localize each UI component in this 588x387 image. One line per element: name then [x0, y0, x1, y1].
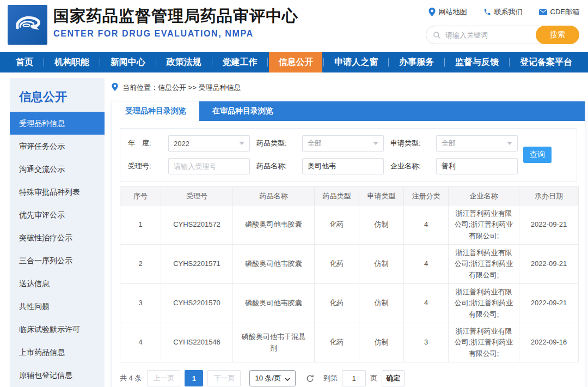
mailbox-link[interactable]: CDE邮箱	[539, 7, 579, 17]
cell-acceptance-no: CYHS2201571	[161, 245, 233, 284]
search-input[interactable]	[445, 31, 536, 39]
acceptance-no-label: 受理号:	[128, 161, 162, 171]
col-header-date: 承办日期	[519, 187, 579, 205]
mailbox-link-label: CDE邮箱	[550, 7, 579, 17]
sidebar-item-priority-review[interactable]: 优先审评公示	[10, 203, 105, 226]
col-header-acceptance-no: 受理号	[161, 187, 233, 205]
sidebar-item-communication[interactable]: 沟通交流公示	[10, 158, 105, 180]
tab-under-review-catalog[interactable]: 在审品种目录浏览	[199, 101, 286, 121]
table-header-row: 序号 受理号 药品名称 药品类型 申请类型 注册分类 企业名称 承办日期	[120, 187, 579, 205]
sidebar-item-clinical-trial-license[interactable]: 临床试验默示许可	[10, 318, 105, 341]
col-header-drug-name: 药品名称	[233, 187, 315, 205]
tab-accepted-catalog[interactable]: 受理品种目录浏览	[112, 101, 199, 121]
cell-drug-type: 化药	[315, 205, 359, 245]
nav-item-registration-platform[interactable]: 登记备案平台	[511, 52, 581, 72]
nav-item-home[interactable]: 首页	[7, 52, 42, 72]
sitemap-link[interactable]: 网站地图	[428, 7, 467, 17]
prev-page-button[interactable]: 上一页	[147, 370, 180, 386]
sidebar-title: 信息公开	[10, 78, 105, 112]
sidebar-item-delivery-info[interactable]: 送达信息	[10, 272, 105, 295]
chevron-down-icon	[239, 142, 244, 145]
apply-type-select[interactable]: 全部	[436, 135, 518, 152]
sidebar-item-accepted-varieties[interactable]: 受理品种信息	[10, 112, 105, 135]
page-size-value: 10 条/页	[255, 373, 281, 383]
cell-drug-name: 磷酸奥司他韦干混悬剂	[233, 323, 315, 362]
page-size-select[interactable]: 10 条/页	[249, 370, 296, 386]
nav-item-services[interactable]: 办事服务	[390, 52, 443, 72]
sidebar-item-three-in-one[interactable]: 三合一序列公示	[10, 249, 105, 272]
search-button[interactable]: 搜索	[536, 26, 579, 44]
sidebar-item-marketed-drugs[interactable]: 上市药品信息	[10, 341, 105, 364]
sitemap-link-label: 网站地图	[439, 7, 467, 17]
next-page-button[interactable]: 下一页	[207, 370, 241, 386]
content-card: 受理品种目录浏览 在审品种目录浏览 年 度: 2022 药品类型: 全部 申请类…	[112, 101, 585, 387]
chevron-down-icon	[507, 142, 512, 145]
table-row: 2 CYHS2201571 磷酸奥司他韦胶囊 化药 仿制 4 浙江普利药业有限公…	[120, 245, 579, 284]
goto-confirm-button[interactable]: 确定	[382, 370, 405, 386]
mail-icon	[539, 9, 547, 15]
chevron-down-icon	[373, 142, 378, 145]
sidebar-item-excipient-registration[interactable]: 原辅包登记信息	[10, 364, 105, 386]
cell-reg-class: 4	[404, 284, 449, 323]
nav-item-policy[interactable]: 政策法规	[157, 52, 211, 72]
goto-page-input[interactable]	[342, 370, 366, 386]
col-header-drug-type: 药品类型	[315, 187, 359, 205]
site-header: 国家药品监督管理局药品审评中心 CENTER FOR DRUG EVALUATI…	[0, 0, 588, 52]
table-row: 3 CYHS2201570 磷酸奥司他韦胶囊 化药 仿制 4 浙江普利药业有限公…	[120, 284, 579, 323]
nav-item-functions[interactable]: 机构职能	[45, 52, 99, 72]
cell-company: 浙江普利药业有限公司;浙江普利药业有限公司;	[449, 245, 519, 284]
col-header-apply-type: 申请类型	[359, 187, 404, 205]
search-icon	[433, 31, 441, 39]
breadcrumb: 当前位置：信息公开 >> 受理品种信息	[112, 78, 585, 98]
cell-apply-type: 仿制	[359, 245, 404, 284]
query-button[interactable]: 查询	[523, 147, 552, 163]
cell-seq: 3	[120, 284, 161, 323]
year-select[interactable]: 2022	[168, 135, 250, 152]
cell-company: 浙江普利药业有限公司;浙江普利药业有限公司;	[449, 205, 519, 245]
cell-drug-type: 化药	[315, 323, 359, 362]
drug-name-input[interactable]	[302, 158, 384, 174]
contact-link[interactable]: 联系我们	[483, 7, 523, 17]
cell-drug-name: 磷酸奥司他韦胶囊	[233, 205, 315, 245]
refresh-icon[interactable]	[305, 374, 315, 383]
cell-acceptance-no: CYHS2201546	[161, 323, 233, 362]
cell-apply-type: 仿制	[359, 284, 404, 323]
breadcrumb-label: 当前位置：信息公开 >> 受理品种信息	[122, 83, 241, 93]
pagination: 共 4 条 上一页 1 下一页 10 条/页 到第 页	[120, 370, 577, 386]
sidebar-item-special-approval[interactable]: 特殊审批品种列表	[10, 180, 105, 203]
cell-reg-class: 3	[404, 323, 449, 362]
cell-acceptance-no: CYHS2201570	[161, 284, 233, 323]
sidebar: 信息公开 受理品种信息 审评任务公示 沟通交流公示 特殊审批品种列表 优先审评公…	[10, 78, 105, 387]
year-select-value: 2022	[174, 140, 189, 148]
main-content: 当前位置：信息公开 >> 受理品种信息 受理品种目录浏览 在审品种目录浏览 年 …	[112, 78, 585, 387]
apply-type-select-value: 全部	[442, 138, 456, 148]
nav-item-party[interactable]: 党建工作	[213, 52, 267, 72]
goto-page-label: 到第	[323, 373, 338, 383]
table-row: 4 CYHS2201546 磷酸奥司他韦干混悬剂 化药 仿制 3 浙江普利药业有…	[120, 323, 579, 362]
sidebar-item-breakthrough-therapy[interactable]: 突破性治疗公示	[10, 226, 105, 249]
tab-bar: 受理品种目录浏览 在审品种目录浏览	[112, 101, 585, 121]
current-page-button[interactable]: 1	[185, 370, 203, 386]
location-pin-icon	[428, 8, 436, 16]
nav-item-supervision[interactable]: 监督与反馈	[446, 52, 508, 72]
cell-seq: 4	[120, 323, 161, 362]
cell-reg-class: 4	[404, 245, 449, 284]
nav-item-news[interactable]: 新闻中心	[101, 52, 155, 72]
nav-item-applicant-window[interactable]: 申请人之窗	[325, 52, 387, 72]
cell-seq: 1	[120, 205, 161, 245]
cde-logo	[8, 5, 47, 45]
cell-acceptance-no: CYHS2201572	[161, 205, 233, 245]
nav-item-info-disclosure[interactable]: 信息公开	[269, 52, 322, 72]
col-header-reg-class: 注册分类	[404, 187, 449, 205]
drug-type-select[interactable]: 全部	[302, 135, 384, 152]
sidebar-item-common-issues[interactable]: 共性问题	[10, 295, 105, 318]
sidebar-item-review-tasks[interactable]: 审评任务公示	[10, 135, 105, 158]
page: 国家药品监督管理局药品审评中心 CENTER FOR DRUG EVALUATI…	[0, 0, 588, 387]
acceptance-no-input[interactable]	[168, 158, 250, 174]
site-title-en: CENTER FOR DRUG EVALUATION, NMPA	[53, 29, 298, 39]
cell-drug-type: 化药	[315, 245, 359, 284]
cell-drug-name: 磷酸奥司他韦胶囊	[233, 284, 315, 323]
cell-seq: 2	[120, 245, 161, 284]
company-input[interactable]	[436, 158, 518, 174]
contact-link-label: 联系我们	[494, 7, 523, 17]
